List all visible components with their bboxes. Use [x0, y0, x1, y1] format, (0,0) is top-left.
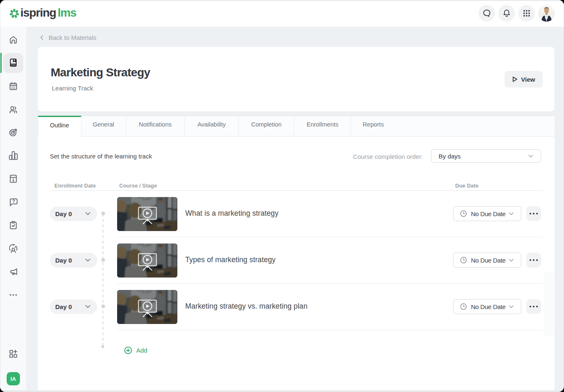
svg-text:?: ? [12, 199, 15, 204]
